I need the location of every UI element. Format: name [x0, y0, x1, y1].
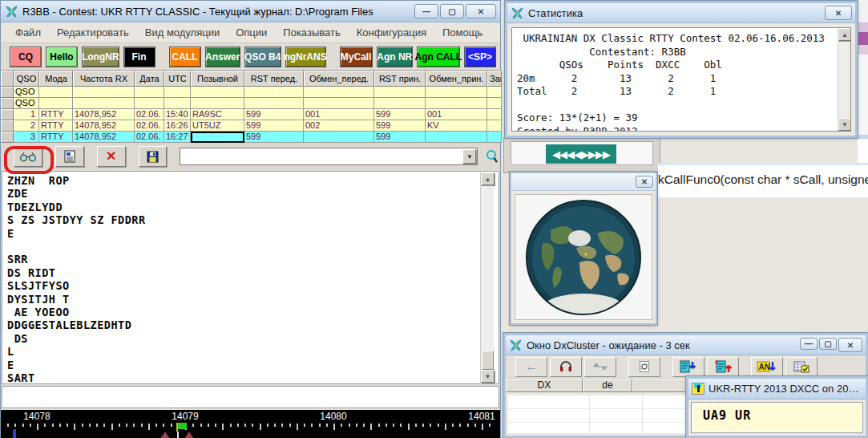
rtty-space-marker[interactable]: [184, 432, 194, 438]
cell-note[interactable]: [487, 87, 502, 98]
macro-button-qso-b4[interactable]: QSO B4: [244, 47, 281, 67]
cell-call[interactable]: [191, 132, 244, 143]
close-icon[interactable]: ✕: [466, 4, 496, 18]
cell-rst_s[interactable]: [244, 98, 304, 109]
rtty-mark-marker[interactable]: [160, 432, 170, 438]
macro-button-cq[interactable]: CQ: [10, 47, 42, 67]
cell-qso[interactable]: QSO: [14, 87, 39, 98]
cell-date[interactable]: [135, 98, 164, 109]
macro-button-agn-call[interactable]: Agn CALL: [417, 47, 460, 67]
cell-note[interactable]: [487, 98, 502, 109]
cell-qso[interactable]: 2: [14, 120, 39, 132]
cell-call[interactable]: RA9SC: [191, 109, 244, 120]
column-header-3[interactable]: Дата: [135, 71, 164, 87]
cell-utc[interactable]: [164, 87, 191, 98]
cell-utc[interactable]: 16:27: [164, 132, 191, 143]
macro-button-hello[interactable]: Hello: [46, 47, 78, 67]
column-header-0[interactable]: QSO: [14, 71, 39, 87]
save-qso-button[interactable]: [139, 146, 168, 167]
scroll-up-icon[interactable]: ▲: [481, 172, 495, 185]
cell-note[interactable]: [487, 109, 502, 120]
search-combobox[interactable]: ▼: [180, 148, 478, 165]
close-icon[interactable]: ✕: [838, 338, 862, 352]
column-header-8[interactable]: RST прин.: [374, 71, 426, 87]
row-indicator[interactable]: [1, 132, 14, 143]
cell-exch_r[interactable]: KV: [426, 120, 487, 132]
search-input[interactable]: [180, 148, 477, 164]
cell-exch_s[interactable]: [304, 98, 374, 109]
cell-note[interactable]: [487, 132, 502, 143]
world-map-content[interactable]: [515, 194, 652, 320]
cell-freq[interactable]: [73, 87, 135, 98]
row-indicator[interactable]: [1, 87, 14, 98]
listen-button[interactable]: [550, 357, 582, 377]
cell-qso[interactable]: QSO: [14, 98, 39, 109]
cell-mode[interactable]: [39, 87, 73, 98]
cell-freq[interactable]: 14078,952: [73, 109, 135, 120]
chevron-down-icon[interactable]: ▼: [462, 149, 476, 164]
tx-pane[interactable]: [2, 386, 499, 408]
cell-qso[interactable]: 1: [14, 109, 39, 120]
cell-rst_r[interactable]: 599: [374, 132, 426, 143]
minimize-icon[interactable]: —: [800, 338, 818, 350]
column-header-7[interactable]: Обмен_перед.: [304, 71, 374, 87]
scroll-up-icon[interactable]: ▲: [838, 28, 851, 41]
cell-freq[interactable]: 14078,952: [73, 120, 135, 132]
cell-freq[interactable]: 14078,952: [73, 132, 135, 143]
cell-exch_s[interactable]: [304, 87, 374, 98]
macro-button-agn-nr[interactable]: Agn NR: [377, 47, 413, 67]
statistics-scrollbar[interactable]: ▲ ▼: [838, 28, 850, 131]
cell-mode[interactable]: RTTY: [39, 120, 73, 132]
magnifier-button[interactable]: [484, 147, 500, 166]
main-title-bar[interactable]: R3BB - Contest: UKR RTTY CLASSIC - Текущ…: [1, 1, 500, 22]
refresh-button[interactable]: [628, 357, 660, 377]
world-map-title-bar[interactable]: ✕: [511, 173, 656, 191]
column-header-1[interactable]: Мода: [39, 71, 73, 87]
maximize-icon[interactable]: ▢: [819, 338, 837, 350]
dxcluster-title-bar[interactable]: Окно DxCluster - ожидание - 3 сек — ▢ ✕: [506, 335, 866, 355]
cell-date[interactable]: 02.06.: [135, 109, 164, 120]
log-view-button[interactable]: [55, 146, 84, 167]
column-header-6[interactable]: RST перед.: [244, 71, 304, 87]
cell-call[interactable]: [191, 87, 244, 98]
cell-date[interactable]: 02.06.: [135, 132, 164, 143]
cell-rst_s[interactable]: 599: [244, 132, 304, 143]
menu-item-2[interactable]: Вид модуляции: [137, 24, 228, 41]
ukr-rtty-title-bar[interactable]: UKR-RTTY 2013 DXCC on 20m 2 of 33: [688, 379, 866, 399]
cell-utc[interactable]: 16:26: [164, 120, 191, 132]
back-button[interactable]: ←: [515, 357, 547, 377]
row-indicator[interactable]: [1, 109, 14, 120]
rx-scrollbar[interactable]: ▲ ▼: [480, 172, 494, 383]
waterfall-frequency-scale[interactable]: 14078140791408014081: [1, 410, 500, 438]
cell-note[interactable]: [487, 120, 502, 132]
cell-rst_r[interactable]: [374, 98, 426, 109]
log-row-1[interactable]: QSO: [1, 98, 502, 109]
announce-filter-button[interactable]: AN: [751, 357, 783, 377]
scroll-down-icon[interactable]: ▼: [838, 118, 851, 131]
cell-exch_r[interactable]: [426, 87, 487, 98]
rx-decoded-text[interactable]: ZHZN ROP ZDE TDEZLYDD S ZS JSTDYY SZ FDD…: [2, 172, 499, 384]
column-header-5[interactable]: Позывной: [191, 71, 244, 87]
cell-qso[interactable]: 3: [14, 132, 39, 143]
menu-item-5[interactable]: Конфигурация: [349, 24, 434, 41]
menu-item-1[interactable]: Редактировать: [49, 24, 137, 41]
macro-button-longnr[interactable]: LongNR: [82, 47, 119, 67]
log-row-4[interactable]: 3RTTY14078,95202.06.16:27599599: [1, 132, 502, 143]
statistics-title-bar[interactable]: Статистика ✕: [507, 3, 855, 23]
cell-exch_s[interactable]: [304, 132, 374, 143]
column-header-4[interactable]: UTC: [164, 71, 191, 87]
cluster-settings-button[interactable]: [785, 357, 818, 377]
tuning-flag-marker[interactable]: [178, 423, 187, 429]
cell-rst_r[interactable]: 599: [374, 109, 426, 120]
cell-date[interactable]: 02.06.: [135, 120, 164, 132]
macro-button-fin[interactable]: Fin: [123, 47, 155, 67]
cell-rst_s[interactable]: [244, 87, 304, 98]
cell-rst_r[interactable]: [374, 87, 426, 98]
row-indicator[interactable]: [1, 98, 14, 109]
cell-rst_s[interactable]: 599: [244, 120, 304, 132]
minimize-icon[interactable]: —: [414, 4, 438, 18]
cell-rst_r[interactable]: 599: [374, 120, 426, 132]
log-row-2[interactable]: 1RTTY14078,95202.06.15:40RA9SC5990015990…: [1, 109, 502, 120]
cell-date[interactable]: [135, 87, 164, 98]
maximize-icon[interactable]: ▢: [440, 4, 464, 18]
